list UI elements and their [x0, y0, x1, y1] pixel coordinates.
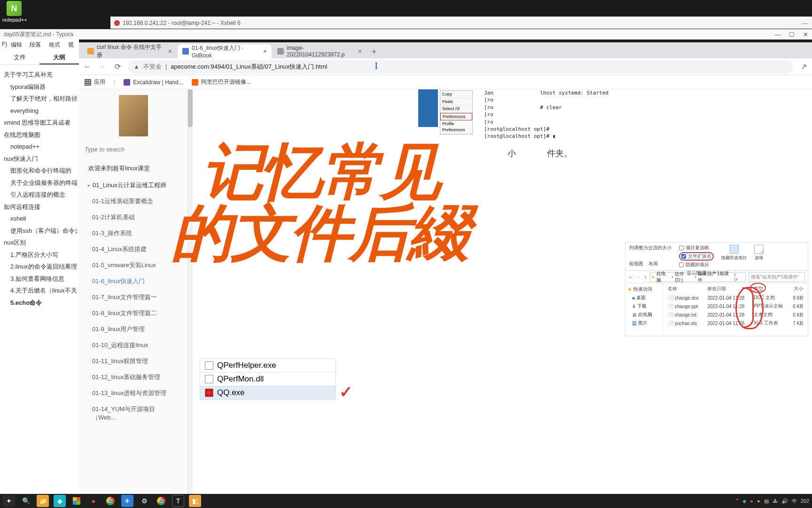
taskbar: ✦ 🔍 📁 ◆ ● ✈ ⚙ T ◧ ˄ ◆ ● ● ▤ 🖧 🔊 中 202: [0, 494, 812, 508]
outline-item[interactable]: 图形化和命令行终端的: [2, 165, 77, 177]
browser-tab-0[interactable]: curl linux 命令 在线中文手册 ×: [83, 44, 177, 58]
gitbook-nav-item[interactable]: 01-5_vmware安装Linux: [79, 257, 187, 273]
ime-icon[interactable]: 中: [792, 498, 797, 505]
outline-item[interactable]: 了解关于绝对，相对路径: [2, 93, 77, 105]
menu-view[interactable]: 视图: [68, 41, 77, 48]
gitbook-nav-item[interactable]: 01-4_Linux系统搭建: [79, 241, 187, 257]
outline-item[interactable]: nux区别: [2, 237, 77, 249]
qq-icon: [205, 389, 213, 397]
file-explorer-taskbar-icon[interactable]: 📁: [37, 495, 49, 507]
menu-file[interactable]: F): [2, 41, 7, 48]
xshell-taskbar-icon[interactable]: ●: [87, 495, 100, 507]
gitbook-nav-item[interactable]: 01-9_linux用户管理: [79, 321, 187, 337]
outline-item[interactable]: 在线思维脑图: [2, 129, 77, 141]
menu-format[interactable]: 格式(O): [49, 41, 64, 48]
outline-item[interactable]: 关于学习工具补充: [2, 69, 77, 81]
tray-icon[interactable]: ●: [757, 498, 760, 504]
menu-edit[interactable]: 编辑(E): [11, 41, 26, 48]
sidebar-scrollbar[interactable]: [188, 89, 193, 494]
gitbook-nav-item[interactable]: 01-14_YUM与开源项目（Web...: [79, 401, 187, 426]
gitbook-nav-item[interactable]: 01-7_linux文件管理篇一: [79, 289, 187, 305]
path-field: ▸ 此电脑› 软件 (D:)› 猿来脱产1期课件 v ⟳: [650, 272, 746, 282]
outline-item[interactable]: everything: [2, 105, 77, 117]
menu-paragraph[interactable]: 段落(P): [30, 41, 45, 48]
typora-titlebar: day05课堂笔记.md - Typora — ☐ ✕: [0, 29, 812, 40]
typora-tab-files[interactable]: 文件: [0, 50, 39, 64]
gitbook-welcome-link[interactable]: 欢迎来到超哥linux课堂: [79, 159, 187, 177]
tray-icon[interactable]: ●: [750, 498, 753, 504]
outline-item[interactable]: 3.如何查看网络信息: [2, 273, 77, 285]
outline-item[interactable]: xmind 思维导图工具或者: [2, 117, 77, 129]
tab-close-button[interactable]: ×: [168, 48, 172, 55]
outline-item[interactable]: 5.echo命令: [2, 297, 77, 309]
outline-item[interactable]: 4.关于后缀名（linux不关心文件后: [2, 285, 77, 297]
tab-close-button[interactable]: ×: [358, 48, 362, 55]
table-row: 📄 yuchao.xls2022-01-04 11:28XLS 工作表7 KB: [666, 319, 805, 327]
outline-item[interactable]: 2.linux的命令返回结果理解: [2, 261, 77, 273]
desktop-shortcut-notepadpp[interactable]: notepad++: [2, 1, 26, 23]
outline-item[interactable]: 关于企业级服务器的终端概念: [2, 177, 77, 189]
search-button[interactable]: 🔍: [20, 495, 32, 507]
outline-item[interactable]: nux快速入门: [2, 153, 77, 165]
gitbook-nav-item[interactable]: 01-6_linux快速入门: [79, 273, 187, 289]
chrome-taskbar-icon[interactable]: [104, 495, 117, 507]
browser-tab-2[interactable]: image-20220104112923872.p ×: [273, 44, 367, 58]
share-button[interactable]: ↗: [799, 62, 808, 71]
outline-item[interactable]: 使用ssh（客户端）命令去连接: [2, 225, 77, 237]
network-icon[interactable]: 🖧: [773, 498, 778, 504]
outline-item[interactable]: notepad++: [2, 141, 77, 153]
xshell-titlebar: 192.168.0.241:22 - root@lamp-241:~ - Xsh…: [110, 16, 812, 29]
tray-icon[interactable]: ▤: [764, 498, 769, 504]
gitbook-nav-item[interactable]: 01-2计算机基础: [79, 209, 187, 225]
gitbook-nav-group[interactable]: ▾ 01_Linux云计算运维工程师: [79, 177, 187, 193]
app-icon[interactable]: ✈: [121, 495, 133, 507]
window-maximize-button[interactable]: ☐: [789, 31, 795, 38]
tray-icon[interactable]: ◆: [742, 498, 746, 504]
gitbook-nav-item[interactable]: 01-3_操作系统: [79, 225, 187, 241]
tray-clock[interactable]: 202: [801, 498, 809, 504]
volume-icon[interactable]: 🔊: [781, 498, 788, 504]
minimize-button[interactable]: —: [802, 19, 808, 27]
nav-up-button: ↑: [644, 274, 647, 280]
start-button[interactable]: ✦: [3, 495, 15, 507]
reload-button[interactable]: ⟳: [113, 62, 122, 71]
notepadpp-icon: [7, 1, 22, 16]
outline-item[interactable]: 如何远程连接: [2, 201, 77, 213]
system-tray[interactable]: ˄ ◆ ● ● ▤ 🖧 🔊 中 202: [736, 498, 809, 505]
outline-item[interactable]: 1.严格区分大小写: [2, 249, 77, 261]
address-bar[interactable]: ▲ 不安全 | apecome.com:9494/01_Linux基础/07_L…: [128, 60, 793, 73]
explorer-search: 搜索"猿来脱产1期课件": [749, 272, 805, 282]
gitbook-nav-item[interactable]: 01-12_linux基础服务管理: [79, 369, 187, 385]
bookmark-aliyun[interactable]: 阿里巴巴开源镜像...: [192, 78, 251, 86]
vm-taskbar-icon[interactable]: ◧: [189, 495, 201, 507]
gitbook-nav-item[interactable]: 01-13_linux进程与资源管理: [79, 385, 187, 401]
window-close-button[interactable]: ✕: [803, 31, 808, 38]
table-row: 📄 chaoge.doc2022-01-04 11:28DOC 文档9 KB: [666, 294, 805, 302]
window-minimize-button[interactable]: —: [774, 31, 781, 38]
tray-up-icon[interactable]: ˄: [736, 498, 739, 504]
gitbook-nav-item[interactable]: 01-8_linux文件管理篇二: [79, 305, 187, 321]
typora-taskbar-icon[interactable]: T: [172, 495, 184, 507]
outline-item[interactable]: typora编辑器: [2, 81, 77, 93]
gitbook-nav-item[interactable]: 01-11_linux权限管理: [79, 353, 187, 369]
bookmark-excalidraw[interactable]: Excalidraw | Hand...: [124, 79, 183, 86]
apps-button[interactable]: 应用: [85, 78, 105, 86]
microsoft-store-icon[interactable]: [70, 495, 83, 507]
app-icon[interactable]: ◆: [54, 495, 66, 507]
outline-item[interactable]: xshell: [2, 213, 77, 225]
settings-taskbar-icon[interactable]: ⚙: [138, 495, 150, 507]
gitbook-nav-item[interactable]: 01-1运维基础重要概念: [79, 193, 187, 209]
outline-item[interactable]: 引入远程连接的概念: [2, 189, 77, 201]
chrome-taskbar-icon-2[interactable]: [155, 495, 167, 507]
new-tab-button[interactable]: +: [367, 45, 381, 58]
gitbook-nav-item[interactable]: 01-10_远程连接linux: [79, 337, 187, 353]
back-button[interactable]: ←: [83, 63, 92, 71]
typora-tab-outline[interactable]: 大纲: [39, 50, 79, 64]
tab-close-button[interactable]: ×: [263, 48, 267, 55]
gitbook-search-input[interactable]: [85, 146, 182, 153]
browser-tab-1[interactable]: 01-6_linux快速入门 · GitBook ×: [178, 44, 272, 58]
scrollbar-thumb[interactable]: [188, 89, 193, 127]
list-item: QPerfMon.dll: [200, 372, 336, 386]
forward-button[interactable]: →: [98, 63, 107, 71]
nav-forward-button: →: [636, 274, 641, 280]
